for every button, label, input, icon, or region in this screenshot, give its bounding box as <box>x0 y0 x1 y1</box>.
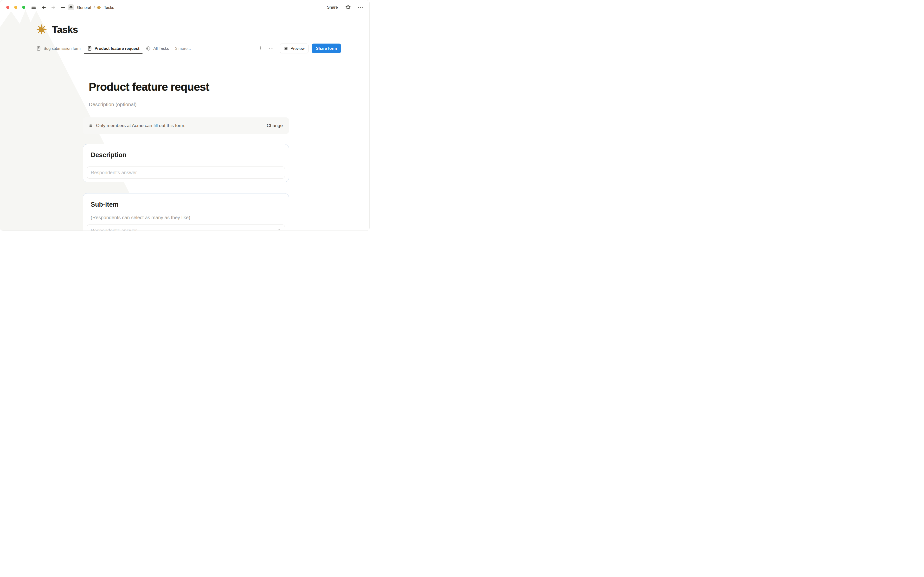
new-page-button[interactable] <box>60 5 66 11</box>
notion-window: General / Tasks Share <box>0 0 370 231</box>
traffic-lights <box>6 6 25 9</box>
tab-label: Bug submission form <box>43 46 80 51</box>
home-icon <box>69 5 73 10</box>
form-builder: Product feature request Description (opt… <box>83 0 289 231</box>
star-icon <box>345 4 351 11</box>
titlebar-actions: Share <box>325 0 364 15</box>
answer-select-input[interactable] <box>87 224 285 231</box>
access-notice-text: Only members at Acme can fill out this f… <box>96 123 185 128</box>
access-notice: Only members at Acme can fill out this f… <box>83 118 289 134</box>
breadcrumb-workspace[interactable]: General <box>76 5 92 10</box>
breadcrumb: General / Tasks <box>76 0 115 15</box>
answer-input[interactable] <box>87 166 285 179</box>
question-title[interactable]: Description <box>91 151 285 159</box>
question-card-sub-item: Sub-item (Respondents can select as many… <box>83 193 289 231</box>
zoom-window-button[interactable] <box>22 6 25 9</box>
tab-bug-submission-form[interactable]: Bug submission form <box>33 43 84 54</box>
form-icon <box>36 46 41 51</box>
question-card-description: Description <box>83 144 289 182</box>
forward-button[interactable] <box>50 5 56 11</box>
more-options-button[interactable] <box>357 5 364 10</box>
sidebar-toggle-button[interactable] <box>30 5 37 11</box>
share-button[interactable]: Share <box>325 4 339 11</box>
page-icon-button[interactable] <box>36 24 47 35</box>
hamburger-icon <box>31 5 36 11</box>
answer-field-wrap <box>87 224 285 231</box>
favorite-button[interactable] <box>345 4 351 11</box>
breadcrumb-page[interactable]: Tasks <box>103 5 115 10</box>
back-arrow-icon <box>41 5 47 11</box>
question-title[interactable]: Sub-item <box>91 201 285 209</box>
ship-wheel-icon <box>97 5 101 10</box>
change-access-button[interactable]: Change <box>266 122 283 129</box>
ship-wheel-icon <box>36 24 47 35</box>
form-title[interactable]: Product feature request <box>89 80 289 93</box>
chevron-up-down-icon <box>277 229 281 231</box>
close-window-button[interactable] <box>6 6 10 9</box>
titlebar: General / Tasks Share <box>0 0 369 15</box>
lock-icon <box>89 124 93 128</box>
minimize-window-button[interactable] <box>14 6 17 9</box>
breadcrumb-separator: / <box>94 5 95 10</box>
preview-label: Preview <box>290 46 305 51</box>
page-title[interactable]: Tasks <box>52 24 78 35</box>
home-button[interactable] <box>68 4 74 10</box>
form-description-placeholder[interactable]: Description (optional) <box>89 102 289 107</box>
ellipsis-icon <box>357 6 363 10</box>
question-hint: (Respondents can select as many as they … <box>91 215 285 221</box>
share-form-button[interactable]: Share form <box>312 44 341 53</box>
plus-icon <box>61 5 66 11</box>
answer-field-wrap <box>87 166 285 179</box>
forward-arrow-icon <box>51 5 56 11</box>
page-header: Tasks <box>36 24 78 35</box>
back-button[interactable] <box>41 5 47 11</box>
